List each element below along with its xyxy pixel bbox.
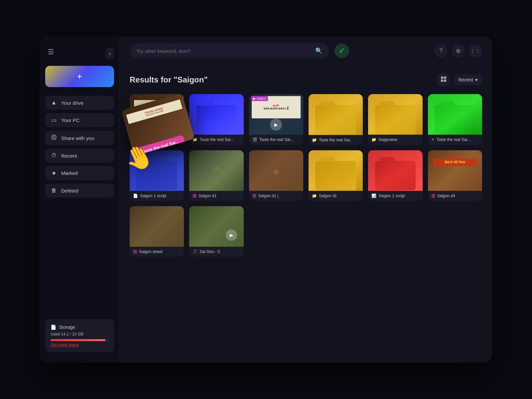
top-actions: ? ⚙ ⋮⋮ xyxy=(434,44,482,58)
file-name-text: Saigon d1 ( xyxy=(258,194,279,198)
file-name-text: Taste the real Sai... xyxy=(319,138,353,142)
file-name: 📁 Taste the real Sai... xyxy=(309,135,363,145)
file-thumbnail xyxy=(309,94,363,135)
image-type-icon: 🖼 xyxy=(431,194,435,198)
trash-icon: 🗑 xyxy=(51,188,57,194)
file-thumbnail: Bánh Mì Pate xyxy=(428,150,482,191)
storage-bar-fill xyxy=(51,339,105,341)
file-name: 🖼 Saigon street xyxy=(130,247,184,257)
file-card-saigonese-1[interactable]: TRAN-HANG TAILLEUR TAILORS MTS BUL THAL … xyxy=(130,94,184,145)
file-name: 🖼 Saigon d1 ( xyxy=(249,191,303,201)
storage-title-label: Storage xyxy=(59,325,75,330)
help-button[interactable]: ? xyxy=(434,44,448,58)
image-type-icon: 🖼 xyxy=(193,194,197,198)
music-type-icon: 🎵 xyxy=(193,249,198,254)
svg-point-1 xyxy=(53,136,55,138)
file-card-saigon-d1[interactable]: 🌳 🖼 Saigon d1 xyxy=(189,150,243,201)
file-name-text: Saigonese xyxy=(378,137,397,142)
file-thumbnail xyxy=(130,150,184,191)
file-name: 📁 Taste the real Sai... xyxy=(189,135,243,145)
search-input[interactable] xyxy=(136,48,312,54)
folder-type-icon: 📁 xyxy=(312,194,317,198)
star-icon: ★ xyxy=(51,170,57,176)
sidebar-item-share-with-you[interactable]: Share with you xyxy=(45,131,114,145)
file-thumbnail: QUẦY BÁN BUÔN BÁN LẺ ▶ ▶VIDEO xyxy=(249,94,303,135)
file-thumbnail: 🌳 xyxy=(189,150,243,191)
file-name: 📁 Saigonese xyxy=(368,135,422,145)
file-card-saigon-script-red[interactable]: 📊 Saigon 1 script xyxy=(368,150,422,201)
dropdown-chevron-icon: ▾ xyxy=(475,77,477,82)
file-card-saigon-street[interactable]: 🖼 Saigon street xyxy=(130,206,184,257)
settings-icon: ⚙ xyxy=(456,48,461,54)
drive-icon: ▲ xyxy=(51,100,57,106)
sidebar-item-recent[interactable]: ⏱ Recent xyxy=(45,149,114,163)
sidebar-label-your-pc: Your PC xyxy=(61,117,79,123)
sidebar-item-your-drive[interactable]: ▲ Your drive xyxy=(45,96,114,110)
file-thumbnail: ▶ xyxy=(189,206,243,247)
sidebar-label-recent: Recent xyxy=(61,153,77,159)
storage-box: 📄 Storage Used 14.1 / 15 GB Get more spa… xyxy=(45,319,114,352)
recent-icon: ⏱ xyxy=(51,153,57,159)
collapse-button[interactable]: ‹ xyxy=(106,48,114,59)
file-thumbnail: 👩 xyxy=(249,150,303,191)
hamburger-icon[interactable]: ☰ xyxy=(45,47,57,57)
search-box[interactable]: 🔍 xyxy=(130,43,329,59)
content-area: Results for "Saigon" Recent ▾ xyxy=(120,66,492,362)
file-name: 📊 Saigon 1 script xyxy=(368,191,422,201)
settings-button[interactable]: ⚙ xyxy=(452,44,465,58)
file-name-text: Saigonese xyxy=(139,137,158,142)
sidebar-item-your-pc[interactable]: ▭ Your PC xyxy=(45,113,114,127)
file-card-taste-video[interactable]: QUẦY BÁN BUÔN BÁN LẺ ▶ ▶VIDEO 🎬 xyxy=(249,94,303,145)
script-type-icon: 📄 xyxy=(133,194,138,198)
file-name: 🖼 Saigon d1 xyxy=(189,191,243,201)
folder-type-icon: 📁 xyxy=(371,137,376,142)
svg-rect-3 xyxy=(444,76,446,79)
file-card-taste-folder-yellow[interactable]: 📁 Taste the real Sai... xyxy=(309,94,363,145)
video-type-icon: 🎬 xyxy=(252,137,257,142)
file-card-saigon-d4[interactable]: Bánh Mì Pate 🖼 Saigon d4 xyxy=(428,150,482,201)
file-name: 📄 Saigon 1 script xyxy=(130,191,184,201)
file-name: ✕ Taste the real Sai... xyxy=(428,135,482,145)
help-icon: ? xyxy=(440,48,443,54)
sidebar-label-your-drive: Your drive xyxy=(61,100,83,106)
files-grid: TRAN-HANG TAILLEUR TAILORS MTS BUL THAL … xyxy=(130,94,482,257)
pc-icon: ▭ xyxy=(51,117,57,123)
grid-view-button[interactable] xyxy=(437,73,450,86)
file-thumbnail: TRAN-HANG TAILLEUR TAILORS MTS BUL THAL … xyxy=(130,94,184,135)
get-more-space-link[interactable]: Get more space xyxy=(51,342,109,347)
script-type-icon: ✕ xyxy=(431,137,435,142)
file-name: 🎬 Taste the real Sai... xyxy=(249,135,303,145)
view-controls: Recent ▾ xyxy=(437,73,482,86)
file-card-saigon-d1-2[interactable]: 👩 🖼 Saigon d1 ( xyxy=(249,150,303,201)
file-name-text: Saigon d1 xyxy=(199,194,216,198)
file-thumbnail xyxy=(189,94,243,135)
file-card-saigon-script-folder[interactable]: 📄 Saigon 1 script xyxy=(130,150,184,201)
svg-rect-4 xyxy=(441,79,443,82)
check-icon: ✓ xyxy=(339,47,345,55)
check-badge: ✓ xyxy=(334,44,349,58)
results-header: Results for "Saigon" Recent ▾ xyxy=(130,73,482,86)
file-card-taste-1[interactable]: 📁 Taste the real Sai... xyxy=(189,94,243,145)
svg-rect-2 xyxy=(441,76,443,79)
sidebar-label-deleted: Deleted xyxy=(61,188,78,194)
more-options-button[interactable]: ⋮⋮ xyxy=(469,44,482,58)
file-card-taste-green[interactable]: ✕ Taste the real Sai... xyxy=(428,94,482,145)
file-thumbnail xyxy=(368,94,422,135)
file-name: 📁 Saigon d1 xyxy=(309,191,363,201)
file-card-saigon-c[interactable]: ▶ 🎵 Sài Gòn - C xyxy=(189,206,243,257)
sidebar-item-marked[interactable]: ★ Marked xyxy=(45,166,114,180)
file-thumbnail xyxy=(130,206,184,247)
file-name-text: Saigon street xyxy=(139,249,163,254)
file-thumbnail xyxy=(309,150,363,191)
file-card-saigonese-folder[interactable]: 📁 Saigonese xyxy=(368,94,422,145)
image-type-icon: 🖼 xyxy=(133,249,137,254)
search-icon: 🔍 xyxy=(315,47,323,55)
recent-dropdown[interactable]: Recent ▾ xyxy=(454,74,482,85)
new-button[interactable]: + xyxy=(45,66,114,87)
file-name-text: Saigon 1 script xyxy=(140,194,166,198)
file-name: 🖼 Saigonese xyxy=(130,135,184,145)
file-name-text: Saigon d4 xyxy=(437,194,455,198)
sidebar-item-deleted[interactable]: 🗑 Deleted xyxy=(45,184,114,198)
file-name-text: Taste the real Sai... xyxy=(200,137,234,142)
file-card-saigon-d1-folder[interactable]: 📁 Saigon d1 xyxy=(309,150,363,201)
